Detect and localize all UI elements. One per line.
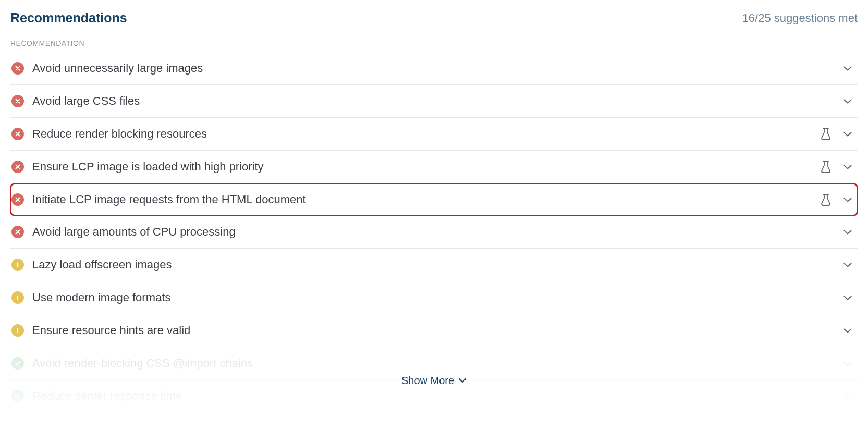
recommendation-row[interactable]: Avoid large amounts of CPU processing <box>10 216 858 249</box>
beaker-icon <box>820 161 832 173</box>
beaker-icon <box>820 193 832 206</box>
chevron-down-icon <box>843 262 852 268</box>
recommendation-row[interactable]: Avoid unnecessarily large images <box>10 52 858 85</box>
recommendation-label: Use modern image formats <box>32 291 835 304</box>
row-actions <box>843 295 858 301</box>
chevron-down-icon <box>843 164 852 170</box>
svg-point-5 <box>17 331 18 333</box>
recommendation-label: Avoid unnecessarily large images <box>32 61 835 75</box>
show-more-label: Show More <box>401 375 454 387</box>
x-circle-icon <box>11 128 24 140</box>
x-circle-icon <box>11 62 24 75</box>
row-actions <box>820 161 858 173</box>
chevron-down-icon <box>843 295 852 301</box>
recommendation-row[interactable]: Lazy load offscreen images <box>10 249 858 281</box>
recommendation-label: Ensure LCP image is loaded with high pri… <box>32 160 812 174</box>
chevron-down-icon <box>843 328 852 334</box>
recommendation-row[interactable]: Use modern image formats <box>10 281 858 314</box>
recommendation-label: Avoid large amounts of CPU processing <box>32 225 835 239</box>
section-title: Recommendations <box>10 10 127 26</box>
chevron-down-icon <box>843 393 852 399</box>
recommendation-row[interactable]: Ensure resource hints are valid <box>10 314 858 347</box>
x-circle-icon <box>11 193 24 206</box>
recommendation-label: Ensure resource hints are valid <box>32 324 835 337</box>
row-actions <box>843 262 858 268</box>
recommendation-label: Initiate LCP image requests from the HTM… <box>32 193 812 206</box>
recommendation-row[interactable]: Avoid large CSS files <box>10 85 858 118</box>
recommendation-label: Reduce render blocking resources <box>32 127 812 141</box>
recommendations-list: Avoid unnecessarily large imagesAvoid la… <box>10 52 858 347</box>
chevron-down-icon <box>458 378 467 383</box>
row-actions <box>820 193 858 206</box>
chevron-down-icon <box>843 66 852 71</box>
exclamation-circle-icon <box>11 291 24 304</box>
row-actions <box>843 393 858 399</box>
row-actions <box>843 99 858 104</box>
exclamation-circle-icon <box>11 259 24 271</box>
recommendation-label: Lazy load offscreen images <box>32 258 835 272</box>
check-circle-icon <box>11 390 24 402</box>
row-actions <box>820 128 858 140</box>
recommendation-row[interactable]: Ensure LCP image is loaded with high pri… <box>10 151 858 183</box>
svg-point-1 <box>17 266 18 267</box>
row-actions <box>843 229 858 235</box>
row-actions <box>843 66 858 71</box>
x-circle-icon <box>11 95 24 107</box>
recommendation-label: Reduce server response time <box>32 389 835 403</box>
row-actions <box>843 361 858 366</box>
suggestions-met-count: 16/25 suggestions met <box>742 11 858 25</box>
row-actions <box>843 328 858 334</box>
exclamation-circle-icon <box>11 324 24 337</box>
x-circle-icon <box>11 161 24 173</box>
show-more-button[interactable]: Show More <box>401 375 467 387</box>
svg-point-3 <box>17 299 18 300</box>
x-circle-icon <box>11 226 24 238</box>
recommendation-label: Avoid large CSS files <box>32 94 835 108</box>
recommendation-row[interactable]: Initiate LCP image requests from the HTM… <box>10 183 858 216</box>
chevron-down-icon <box>843 229 852 235</box>
column-header: RECOMMENDATION <box>10 39 858 47</box>
passed-recommendations-area: Avoid render-blocking CSS @import chains… <box>10 347 858 413</box>
beaker-icon <box>820 128 832 140</box>
chevron-down-icon <box>843 99 852 104</box>
chevron-down-icon <box>843 361 852 366</box>
recommendation-label: Avoid render-blocking CSS @import chains <box>32 356 835 370</box>
chevron-down-icon <box>843 197 852 203</box>
chevron-down-icon <box>843 131 852 137</box>
recommendation-row[interactable]: Reduce render blocking resources <box>10 118 858 151</box>
check-circle-icon <box>11 357 24 370</box>
